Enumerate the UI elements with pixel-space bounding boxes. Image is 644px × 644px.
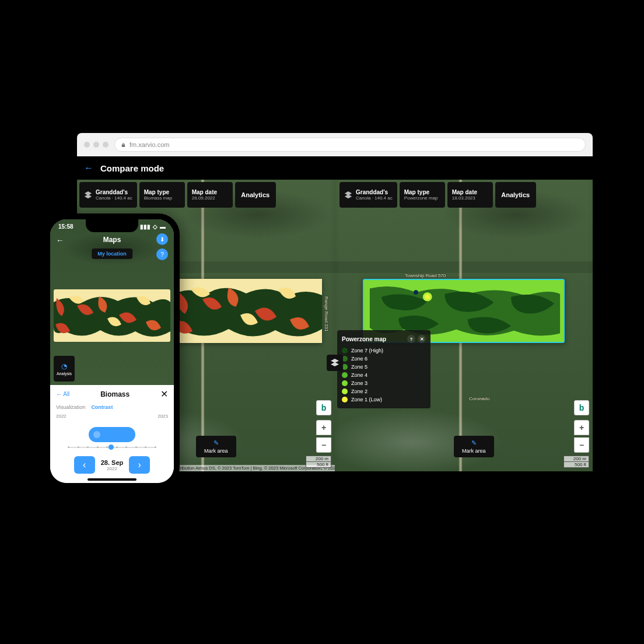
svg-point-3 xyxy=(425,295,430,299)
lock-icon xyxy=(121,142,126,148)
bing-button-left[interactable]: b xyxy=(316,400,331,415)
mapdate-chip-left[interactable]: Map date28.09.2022 xyxy=(187,182,233,208)
legend-row: Zone 5 xyxy=(342,363,426,371)
legend-label: Zone 1 (Low) xyxy=(351,397,382,402)
legend-label: Zone 2 xyxy=(351,388,368,394)
panel-title: Biomass xyxy=(100,390,130,398)
page-title: Compare mode xyxy=(100,163,164,173)
bing-button-right[interactable]: b xyxy=(574,400,589,415)
legend-label: Zone 4 xyxy=(351,372,368,378)
powerzone-legend: Powerzone map ? ✕ Zone 7 (High)Zone 6Zon… xyxy=(337,330,430,408)
notch xyxy=(86,219,138,232)
phone-device: 15:58 ▮▮▮ ◇ ▬ ← Maps ⬇ ? My location xyxy=(44,214,180,489)
my-location-button[interactable]: My location xyxy=(92,249,132,259)
field-icon xyxy=(344,191,352,199)
layers-icon xyxy=(330,358,340,368)
legend-row: Zone 4 xyxy=(342,371,426,379)
zoom-controls-left: + − xyxy=(316,420,331,453)
range-road-label: Range Road 231 xyxy=(324,296,329,332)
mark-area-button-left[interactable]: ✎ Mark area xyxy=(196,436,236,457)
zoom-out-button[interactable]: − xyxy=(316,438,331,453)
traffic-lights xyxy=(84,142,108,148)
legend-swatch xyxy=(342,380,348,386)
layers-button[interactable] xyxy=(327,355,343,371)
legend-swatch xyxy=(342,348,348,354)
field-chip-right[interactable]: Granddad'sCanola · 140.4 ac xyxy=(340,182,397,208)
year-left: 2022 xyxy=(56,414,66,419)
analytics-chip-right[interactable]: Analytics xyxy=(495,182,536,208)
zoom-in-button[interactable]: + xyxy=(574,420,589,435)
zoom-controls-right: + − xyxy=(574,420,589,453)
back-arrow-icon[interactable]: ← xyxy=(84,163,93,173)
legend-row: Zone 7 (High) xyxy=(342,346,426,355)
right-map[interactable]: Township Road 570 Coronado xyxy=(335,180,593,471)
pencil-icon: ✎ xyxy=(214,439,219,447)
phone-maps-title: Maps xyxy=(50,236,174,244)
legend-swatch xyxy=(342,388,348,394)
piechart-icon: ◔ xyxy=(61,362,67,370)
legend-label: Zone 3 xyxy=(351,380,368,386)
pencil-icon: ✎ xyxy=(471,439,477,447)
browser-chrome: fm.xarvio.com xyxy=(77,133,593,156)
phone-screen: 15:58 ▮▮▮ ◇ ▬ ← Maps ⬇ ? My location xyxy=(50,219,174,483)
app-header: ← Compare mode xyxy=(77,156,593,180)
help-icon[interactable]: ? xyxy=(156,249,168,260)
phone-bottom-panel: ← All Biomass ✕ Visualization Contrast 2… xyxy=(50,385,174,483)
scale-bar-left: 200 m 500 ft xyxy=(306,456,331,468)
phone-map[interactable]: ← Maps ⬇ ? My location xyxy=(50,219,174,385)
legend-close-icon[interactable]: ✕ xyxy=(418,335,426,343)
slider-handle[interactable] xyxy=(108,444,114,450)
battery-icon: ▬ xyxy=(160,223,166,230)
left-info-bar: Granddad'sCanola · 140.4 ac Map typeBiom… xyxy=(79,182,276,208)
download-icon[interactable]: ⬇ xyxy=(156,233,168,245)
phone-analysis-button[interactable]: ◔ Analysis xyxy=(54,356,75,382)
home-indicator xyxy=(88,478,136,481)
legend-help-icon[interactable]: ? xyxy=(407,335,415,343)
road-label-right: Township Road 570 xyxy=(405,273,446,278)
year-right: 2023 xyxy=(158,414,168,419)
url-text: fm.xarvio.com xyxy=(130,141,169,148)
legend-swatch xyxy=(342,372,348,378)
wifi-icon: ◇ xyxy=(153,223,158,230)
zoom-out-button[interactable]: − xyxy=(574,438,589,453)
maptype-chip-right[interactable]: Map typePowerzone map xyxy=(400,182,445,208)
next-date-button[interactable]: › xyxy=(129,456,150,474)
visualization-label: Visualization xyxy=(56,404,85,410)
slider-pill[interactable] xyxy=(89,427,135,442)
current-date: 28. Sep 2022 xyxy=(101,459,124,471)
legend-row: Zone 1 (Low) xyxy=(342,396,426,404)
mark-area-button-right[interactable]: ✎ Mark area xyxy=(454,436,494,457)
field-icon xyxy=(84,191,92,199)
analytics-chip-left[interactable]: Analytics xyxy=(235,182,276,208)
legend-label: Zone 6 xyxy=(351,356,368,362)
biomass-field-overlay xyxy=(170,279,322,343)
mapdate-chip-right[interactable]: Map date18.03.2023 xyxy=(447,182,493,208)
legend-label: Zone 7 (High) xyxy=(351,348,383,354)
all-back-link[interactable]: ← All xyxy=(56,391,69,397)
svg-point-4 xyxy=(414,290,418,295)
signal-icon: ▮▮▮ xyxy=(140,223,150,230)
legend-label: Zone 5 xyxy=(351,364,368,370)
close-icon[interactable]: ✕ xyxy=(160,388,168,400)
phone-biomass-overlay xyxy=(54,289,170,342)
legend-row: Zone 2 xyxy=(342,387,426,396)
zoom-in-button[interactable]: + xyxy=(316,420,331,435)
legend-row: Zone 6 xyxy=(342,355,426,363)
contrast-link[interactable]: Contrast xyxy=(91,404,113,410)
prev-date-button[interactable]: ‹ xyxy=(74,456,95,474)
right-info-bar: Granddad'sCanola · 140.4 ac Map typePowe… xyxy=(340,182,536,208)
legend-row: Zone 3 xyxy=(342,379,426,387)
legend-title: Powerzone map xyxy=(342,336,386,342)
maptype-chip-left[interactable]: Map typeBiomass map xyxy=(139,182,185,208)
field-chip-left[interactable]: Granddad'sCanola · 140.4 ac xyxy=(79,182,137,208)
place-label: Coronado xyxy=(469,396,489,401)
timeline-slider[interactable] xyxy=(50,419,174,452)
scale-bar-right: 200 m 500 ft xyxy=(564,456,589,468)
legend-swatch xyxy=(342,397,348,402)
status-time: 15:58 xyxy=(58,223,74,230)
address-bar[interactable]: fm.xarvio.com xyxy=(114,138,586,152)
